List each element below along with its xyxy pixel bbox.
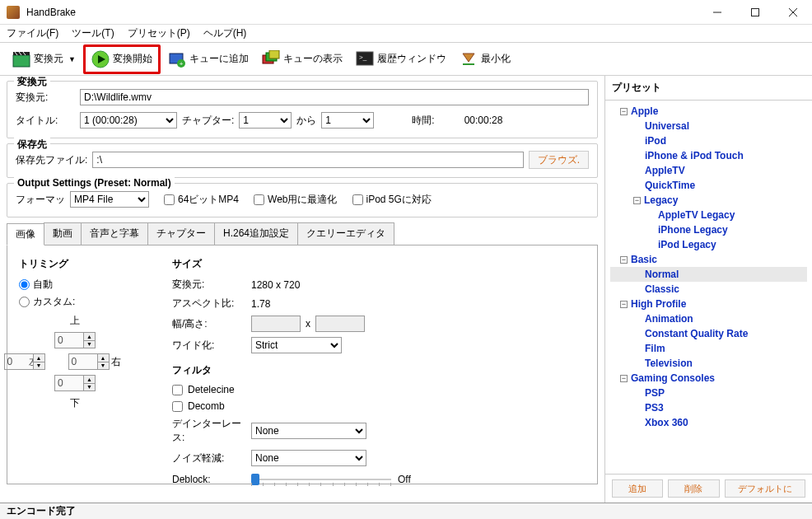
preset-animation[interactable]: Animation [610,311,807,326]
svg-rect-4 [13,55,30,67]
preset-group-gaming[interactable]: −Gaming Consoles [610,371,807,386]
crop-auto-radio[interactable] [19,279,30,290]
title-select[interactable]: 1 (00:00:28) [80,112,177,129]
preset-group-basic[interactable]: −Basic [610,252,807,267]
preset-classic[interactable]: Classic [610,282,807,297]
preset-xbox360[interactable]: Xbox 360 [610,415,807,430]
tab-query[interactable]: クエリーエディタ [297,222,394,245]
preset-tree[interactable]: −Apple Universal iPod iPhone & iPod Touc… [605,101,812,475]
svg-text:+: + [180,60,184,68]
svg-rect-16 [269,50,279,58]
picture-tab-body: トリミング 自動 カスタム: 上 ▲▼ 左 ▲▼ ▲▼ 右 ▲▼ [7,245,598,484]
preset-iphone-ipod-touch[interactable]: iPhone & iPod Touch [610,148,807,163]
dest-label: 保存先ファイル: [16,153,87,167]
preset-ipod[interactable]: iPod [610,133,807,148]
deblock-slider[interactable] [251,471,391,488]
preset-group-legacy[interactable]: −Legacy [610,193,807,208]
preset-ipod-legacy[interactable]: iPod Legacy [610,237,807,252]
dropdown-icon: ▼ [68,55,76,63]
maximize-button[interactable] [736,0,774,25]
preset-appletv-legacy[interactable]: AppleTV Legacy [610,208,807,222]
preset-psp[interactable]: PSP [610,386,807,400]
anamorphic-select[interactable]: Strict [251,337,342,353]
svg-rect-1 [752,8,759,16]
preset-universal[interactable]: Universal [610,119,807,133]
show-queue-button[interactable]: キューの表示 [256,47,348,72]
start-highlight: 変換開始 [83,44,161,74]
menu-tools[interactable]: ツール(T) [72,26,114,40]
cropping-section: トリミング 自動 カスタム: 上 ▲▼ 左 ▲▼ ▲▼ 右 ▲▼ [19,257,131,472]
svg-rect-20 [463,63,474,65]
denoise-select[interactable]: None [251,450,366,466]
chapter-label: チャプター: [182,114,234,128]
add-queue-icon: + [168,50,186,68]
width-input[interactable] [251,316,301,332]
chapter-from-select[interactable]: 1 [239,112,292,129]
play-icon [91,50,110,68]
source-path-input[interactable] [80,89,589,105]
menu-presets[interactable]: プリセット(P) [128,26,190,40]
ipod5g-checkbox[interactable] [352,194,363,205]
crop-right-input[interactable]: ▲▼ [68,353,110,370]
preset-iphone-legacy[interactable]: iPhone Legacy [610,222,807,237]
preset-group-high-profile[interactable]: −High Profile [610,297,807,311]
titlebar: HandBrake [0,0,812,25]
deblock-value: Off [398,474,411,485]
preset-title: プリセット [605,76,812,101]
preset-normal[interactable]: Normal [610,267,807,282]
preset-television[interactable]: Television [610,356,807,371]
tab-picture[interactable]: 画像 [7,223,44,245]
preset-default-button[interactable]: デフォルトに [725,479,805,498]
dest-path-input[interactable] [92,152,523,168]
browse-button[interactable]: ブラウズ. [529,151,589,169]
preset-cqr[interactable]: Constant Quality Rate [610,326,807,341]
window-title: HandBrake [26,7,698,18]
size-filter-section: サイズ 変換元:1280 x 720 アスペクト比:1.78 幅/高さ: x ワ… [172,257,586,472]
deinterlace-select[interactable]: None [251,423,366,439]
chapter-to-label: から [296,114,316,128]
minimize-tray-button[interactable]: 最小化 [454,47,516,72]
svg-text:>_: >_ [359,54,367,61]
destination-group: 保存先 保存先ファイル: ブラウズ. [7,143,598,178]
decomb-checkbox[interactable] [172,401,183,412]
preset-quicktime[interactable]: QuickTime [610,178,807,193]
preset-group-apple[interactable]: −Apple [610,104,807,119]
source-button[interactable]: 変換元▼ [7,47,82,72]
preset-add-button[interactable]: 追加 [612,479,663,498]
height-input[interactable] [315,316,365,332]
settings-tabs: 画像 動画 音声と字幕 チャプター H.264追加設定 クエリーエディタ [7,222,598,245]
terminal-icon: >_ [356,50,374,68]
preset-ps3[interactable]: PS3 [610,400,807,415]
close-button[interactable] [774,0,812,25]
preset-panel: プリセット −Apple Universal iPod iPhone & iPo… [604,76,812,503]
crop-top-input[interactable]: ▲▼ [54,332,96,348]
large-file-checkbox[interactable] [164,194,175,205]
add-queue-button[interactable]: + キューに追加 [162,47,254,72]
output-settings-group: Output Settings (Preset: Normal) フォーマッ M… [7,183,598,217]
detelecine-checkbox[interactable] [172,385,183,395]
preset-film[interactable]: Film [610,341,807,356]
preset-appletv[interactable]: AppleTV [610,163,807,178]
minimize-button[interactable] [698,0,736,25]
menu-help[interactable]: ヘルプ(H) [203,26,247,40]
preset-delete-button[interactable]: 削除 [668,479,719,498]
crop-left-input[interactable]: ▲▼ [4,353,45,370]
chapter-to-select[interactable]: 1 [321,112,374,129]
clapboard-icon [12,50,30,68]
web-optimize-checkbox[interactable] [254,194,264,205]
tab-video[interactable]: 動画 [44,222,82,245]
app-icon [7,6,20,19]
statusbar: エンコード完了 [0,503,812,519]
toolbar: 変換元▼ 変換開始 + キューに追加 キューの表示 >_ 履歴ウィンドウ 最小化 [0,43,812,76]
crop-custom-radio[interactable] [19,297,30,307]
tab-h264[interactable]: H.264追加設定 [214,222,298,245]
history-button[interactable]: >_ 履歴ウィンドウ [350,47,452,72]
status-text: エンコード完了 [7,504,76,518]
start-button[interactable]: 変換開始 [86,47,158,72]
svg-marker-19 [463,54,474,62]
crop-bottom-input[interactable]: ▲▼ [54,375,96,391]
format-select[interactable]: MP4 File [70,191,149,208]
tab-chapters[interactable]: チャプター [147,222,215,245]
tab-audio[interactable]: 音声と字幕 [81,222,148,245]
menu-file[interactable]: ファイル(F) [7,26,58,40]
